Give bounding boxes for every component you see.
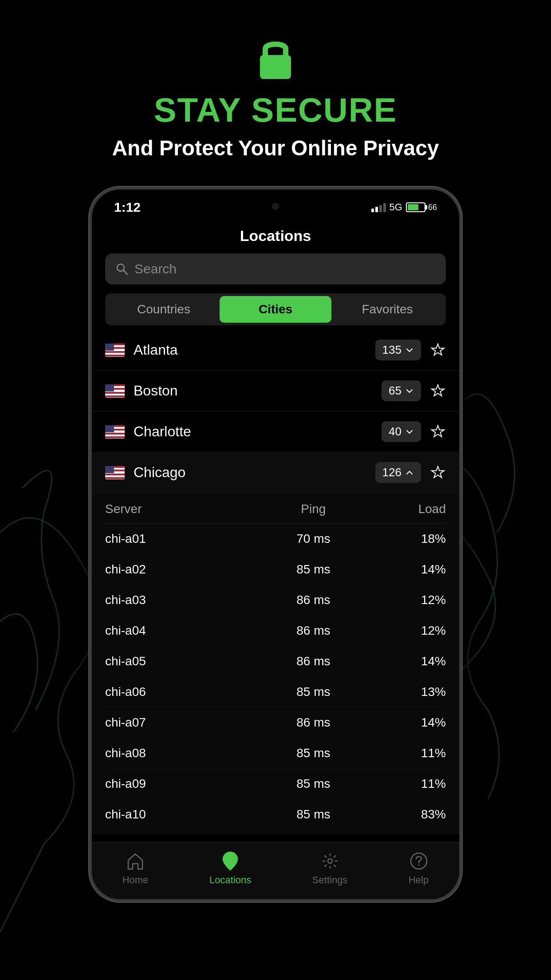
server-load-chi-a03: 12%	[370, 593, 446, 607]
search-icon	[116, 263, 128, 275]
flag-us-charlotte	[105, 425, 125, 439]
nav-label-help: Help	[409, 874, 429, 886]
server-name-chi-a07: chi-a07	[105, 715, 256, 730]
col-header-server: Server	[105, 502, 256, 516]
side-button-right	[460, 269, 462, 309]
city-row-chicago[interactable]: Chicago 126	[92, 452, 459, 493]
city-name-chicago: Chicago	[134, 464, 375, 481]
camera-dot	[272, 203, 279, 210]
chevron-down-icon-charlotte	[405, 427, 414, 436]
server-count-boston[interactable]: 65	[382, 380, 421, 401]
server-load-chi-a08: 11%	[370, 746, 446, 760]
star-icon-chicago[interactable]	[430, 465, 446, 481]
city-row-charlotte[interactable]: Charlotte 40	[92, 411, 459, 452]
help-icon	[409, 851, 429, 871]
search-container: Search	[92, 253, 459, 293]
server-name-chi-a09: chi-a09	[105, 777, 256, 791]
server-load-chi-a07: 14%	[370, 715, 446, 730]
flag-us-chicago	[105, 466, 125, 479]
battery-fill	[408, 204, 418, 210]
server-rows-container: chi-a01 70 ms 18% chi-a02 85 ms 14% chi-…	[105, 524, 446, 830]
chevron-down-icon-boston	[405, 387, 414, 395]
server-name-chi-a06: chi-a06	[105, 685, 256, 699]
nav-label-locations: Locations	[209, 874, 251, 886]
server-row-chi-a10[interactable]: chi-a10 85 ms 83%	[105, 799, 446, 830]
tab-favorites[interactable]: Favorites	[331, 296, 443, 323]
star-icon-boston[interactable]	[430, 383, 446, 399]
server-ping-chi-a09: 85 ms	[256, 777, 370, 791]
status-icons: 5G 66	[371, 202, 437, 213]
signal-bar-2	[375, 207, 378, 212]
chevron-down-icon-atlanta	[405, 346, 414, 355]
phone-frame: 1:12 5G 66	[89, 187, 462, 902]
server-name-chi-a01: chi-a01	[105, 532, 256, 546]
server-row-chi-a03[interactable]: chi-a03 86 ms 12%	[105, 585, 446, 616]
svg-point-6	[418, 865, 419, 866]
nav-item-home[interactable]: Home	[122, 851, 149, 886]
app-content: Locations Search Countries Cities	[92, 221, 459, 842]
tab-countries[interactable]: Countries	[108, 296, 220, 323]
tab-cities[interactable]: Cities	[220, 296, 331, 323]
server-ping-chi-a05: 86 ms	[256, 654, 370, 668]
server-table-header: Server Ping Load	[105, 498, 446, 524]
col-header-load: Load	[370, 502, 446, 516]
server-row-chi-a05[interactable]: chi-a05 86 ms 14%	[105, 646, 446, 677]
signal-bars	[371, 202, 386, 212]
server-load-chi-a04: 12%	[370, 624, 446, 638]
server-count-text-atlanta: 135	[382, 343, 401, 357]
nav-item-settings[interactable]: Settings	[312, 851, 348, 886]
headline: STAY SECURE	[154, 93, 398, 127]
server-row-chi-a06[interactable]: chi-a06 85 ms 13%	[105, 677, 446, 707]
city-row-atlanta[interactable]: Atlanta 135	[92, 330, 459, 371]
server-name-chi-a03: chi-a03	[105, 593, 256, 607]
city-name-charlotte: Charlotte	[134, 423, 382, 440]
server-row-chi-a08[interactable]: chi-a08 85 ms 11%	[105, 738, 446, 769]
server-ping-chi-a06: 85 ms	[256, 685, 370, 699]
server-ping-chi-a08: 85 ms	[256, 746, 370, 760]
screen-title: Locations	[92, 221, 459, 253]
tab-bar: Countries Cities Favorites	[105, 293, 446, 325]
city-row-boston[interactable]: Boston 65	[92, 371, 459, 411]
server-load-chi-a05: 14%	[370, 654, 446, 668]
search-bar[interactable]: Search	[105, 253, 446, 285]
phone-frame-container: 1:12 5G 66	[0, 187, 551, 902]
server-row-chi-a09[interactable]: chi-a09 85 ms 11%	[105, 769, 446, 799]
signal-bar-4	[383, 203, 386, 212]
location-icon	[220, 851, 240, 871]
chevron-up-icon-chicago	[405, 468, 414, 477]
server-count-chicago[interactable]: 126	[375, 462, 421, 483]
network-indicator: 5G	[390, 202, 402, 213]
battery-text: 66	[428, 203, 437, 212]
server-name-chi-a10: chi-a10	[105, 807, 256, 822]
svg-rect-0	[260, 55, 291, 79]
server-ping-chi-a04: 86 ms	[256, 624, 370, 638]
star-icon-atlanta[interactable]	[430, 342, 446, 358]
nav-item-locations[interactable]: Locations	[209, 851, 251, 886]
server-table-chicago: Server Ping Load chi-a01 70 ms 18% chi-a…	[92, 493, 459, 834]
city-name-atlanta: Atlanta	[134, 342, 375, 358]
server-ping-chi-a07: 86 ms	[256, 715, 370, 730]
server-row-chi-a01[interactable]: chi-a01 70 ms 18%	[105, 524, 446, 554]
flag-us-boston	[105, 384, 125, 398]
server-name-chi-a05: chi-a05	[105, 654, 256, 668]
server-row-chi-a04[interactable]: chi-a04 86 ms 12%	[105, 616, 446, 646]
server-count-atlanta[interactable]: 135	[375, 340, 421, 360]
star-icon-charlotte[interactable]	[430, 424, 446, 440]
flag-us-atlanta	[105, 344, 125, 357]
nav-item-help[interactable]: Help	[409, 851, 429, 886]
city-name-boston: Boston	[134, 383, 382, 399]
signal-bar-1	[371, 209, 374, 212]
server-count-text-boston: 65	[389, 384, 401, 398]
svg-point-4	[328, 859, 332, 863]
server-name-chi-a04: chi-a04	[105, 624, 256, 638]
search-placeholder: Search	[134, 261, 177, 277]
server-count-charlotte[interactable]: 40	[382, 421, 421, 442]
nav-label-home: Home	[122, 874, 149, 886]
battery-container: 66	[406, 202, 437, 212]
server-row-chi-a02[interactable]: chi-a02 85 ms 14%	[105, 554, 446, 585]
city-list: Atlanta 135	[92, 330, 459, 834]
server-load-chi-a06: 13%	[370, 685, 446, 699]
settings-icon	[320, 851, 340, 871]
server-row-chi-a07[interactable]: chi-a07 86 ms 14%	[105, 707, 446, 738]
bottom-nav: Home Locations Settings	[92, 842, 459, 899]
